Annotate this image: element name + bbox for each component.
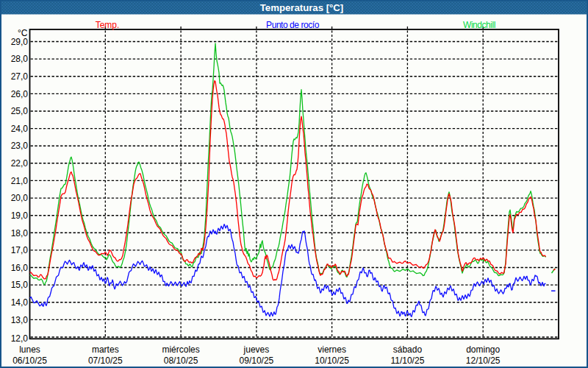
svg-text:11/10/25: 11/10/25 [390, 355, 424, 366]
svg-text:27,0: 27,0 [11, 71, 29, 82]
svg-text:19,0: 19,0 [11, 210, 29, 221]
svg-text:23,0: 23,0 [11, 141, 29, 151]
svg-text:jueves: jueves [243, 344, 270, 355]
svg-text:21,0: 21,0 [11, 176, 29, 186]
svg-text:07/10/25: 07/10/25 [88, 355, 123, 366]
svg-text:10/10/25: 10/10/25 [315, 355, 349, 366]
svg-text:29,0: 29,0 [11, 37, 29, 47]
svg-text:26,0: 26,0 [11, 89, 29, 99]
svg-text:lunes: lunes [19, 344, 40, 355]
svg-text:22,0: 22,0 [11, 158, 29, 169]
svg-text:martes: martes [92, 344, 119, 355]
svg-text:12,0: 12,0 [11, 333, 29, 344]
svg-text:miércoles: miércoles [162, 344, 199, 355]
svg-text:Temp.: Temp. [96, 20, 120, 30]
svg-text:12/10/25: 12/10/25 [466, 355, 501, 366]
svg-text:Windchill: Windchill [463, 20, 495, 30]
svg-text:18,0: 18,0 [11, 228, 29, 238]
svg-text:28,0: 28,0 [11, 54, 29, 64]
svg-text:06/10/25: 06/10/25 [12, 355, 47, 366]
svg-text:sábado: sábado [393, 344, 423, 355]
svg-text:16,0: 16,0 [11, 263, 29, 273]
svg-text:17,0: 17,0 [11, 245, 29, 255]
svg-text:25,0: 25,0 [11, 106, 29, 116]
svg-text:Punto de rocío: Punto de rocío [266, 20, 320, 30]
svg-text:Temperaturas [°C]: Temperaturas [°C] [260, 2, 343, 13]
svg-text:15,0: 15,0 [11, 280, 29, 290]
svg-text:20,0: 20,0 [11, 193, 29, 203]
svg-text:domingo: domingo [466, 344, 500, 355]
svg-text:13,0: 13,0 [11, 315, 29, 325]
svg-text:14,0: 14,0 [11, 297, 29, 308]
svg-text:viernes: viernes [318, 344, 346, 355]
svg-text:24,0: 24,0 [11, 124, 29, 134]
svg-text:09/10/25: 09/10/25 [240, 355, 274, 366]
svg-text:08/10/25: 08/10/25 [164, 355, 198, 366]
